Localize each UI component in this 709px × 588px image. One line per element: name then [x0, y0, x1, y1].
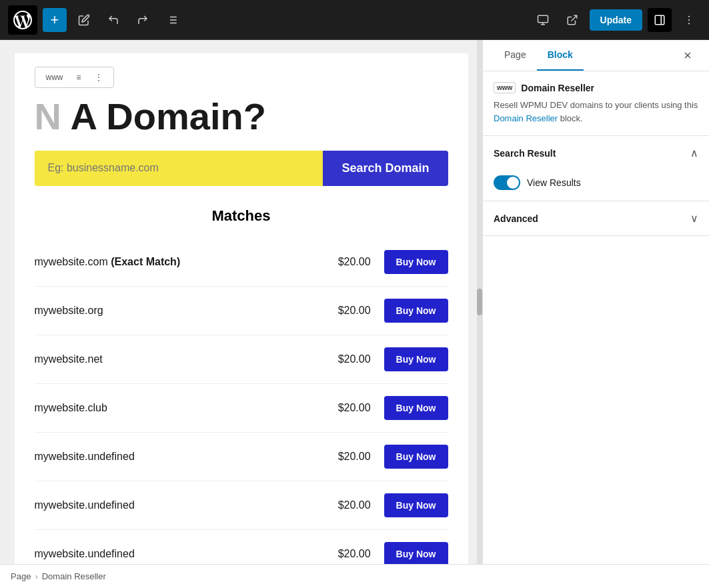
search-result-header[interactable]: Search Result ∧: [483, 136, 709, 170]
domain-price: $20.00: [317, 499, 371, 511]
domain-row: mywebsite.org $20.00 Buy Now: [35, 287, 448, 335]
view-results-toggle[interactable]: [494, 175, 520, 190]
sidebar-toggle-button[interactable]: [648, 8, 672, 32]
more-options-button[interactable]: [677, 8, 701, 32]
search-result-title: Search Result: [494, 148, 556, 159]
toolbar-right: Update: [531, 8, 701, 32]
advanced-section: Advanced ∨: [483, 201, 709, 236]
breadcrumb: Page › Domain Reseller: [0, 564, 709, 588]
view-button[interactable]: [560, 8, 584, 32]
buy-now-button[interactable]: Buy Now: [384, 396, 448, 420]
search-domain-button[interactable]: Search Domain: [323, 151, 448, 186]
breadcrumb-item: Domain Reseller: [42, 571, 106, 581]
main-layout: www ≡ ⋮ N A Domain? Search Domain Matche…: [0, 40, 709, 564]
wordpress-logo: [8, 5, 37, 35]
wp-logo-icon: [13, 11, 32, 29]
scrollbar-thumb: [477, 289, 482, 315]
domain-price: $20.00: [317, 548, 371, 560]
sidebar-icon: [654, 14, 666, 26]
sidebar-close-button[interactable]: [677, 40, 698, 71]
edit-tool-button[interactable]: [72, 8, 96, 32]
buy-now-button[interactable]: Buy Now: [384, 299, 448, 323]
svg-rect-6: [538, 15, 548, 23]
svg-point-13: [688, 19, 690, 20]
breadcrumb-page: Page: [11, 571, 31, 581]
block-www-icon: www: [494, 82, 516, 93]
domain-row: mywebsite.net $20.00 Buy Now: [35, 335, 448, 384]
breadcrumb-separator: ›: [35, 571, 37, 581]
heading-partial: N: [35, 95, 61, 137]
block-more-button[interactable]: ⋮: [89, 70, 108, 85]
desktop-icon: [537, 14, 549, 26]
view-results-label: View Results: [527, 177, 581, 188]
domain-row: mywebsite.club $20.00 Buy Now: [35, 384, 448, 433]
domain-name: mywebsite.undefined: [35, 499, 317, 511]
buy-now-button[interactable]: Buy Now: [384, 347, 448, 371]
domain-name: mywebsite.undefined: [35, 451, 317, 463]
domain-price: $20.00: [317, 256, 371, 268]
tab-block[interactable]: Block: [537, 40, 584, 71]
domain-search-input[interactable]: [35, 151, 323, 186]
block-desc-text-2: block.: [558, 113, 583, 123]
sidebar-tabs: Page Block: [483, 40, 709, 71]
search-result-chevron-icon: ∧: [690, 147, 698, 159]
domain-name: mywebsite.undefined: [35, 548, 317, 560]
pencil-icon: [78, 14, 90, 26]
domain-name: mywebsite.club: [35, 402, 317, 414]
domain-name: mywebsite.com (Exact Match): [35, 256, 317, 268]
svg-line-9: [571, 15, 576, 21]
redo-icon: [137, 14, 149, 26]
external-link-icon: [566, 14, 578, 26]
view-results-row: View Results: [494, 175, 698, 190]
domain-name: mywebsite.net: [35, 353, 317, 365]
block-desc-text-1: Resell WPMU DEV domains to your clients …: [494, 100, 698, 110]
svg-rect-10: [655, 15, 664, 25]
close-icon: [682, 50, 693, 61]
editor-canvas: www ≡ ⋮ N A Domain? Search Domain Matche…: [15, 53, 468, 564]
block-desc-link[interactable]: Domain Reseller: [494, 113, 558, 123]
block-www-label: www: [41, 70, 69, 85]
domain-row: mywebsite.com (Exact Match) $20.00 Buy N…: [35, 238, 448, 287]
search-result-body: View Results: [483, 170, 709, 201]
domain-price: $20.00: [317, 353, 371, 365]
block-align-button[interactable]: ≡: [71, 70, 87, 85]
domain-price: $20.00: [317, 451, 371, 463]
domain-price: $20.00: [317, 402, 371, 414]
advanced-header[interactable]: Advanced ∨: [483, 201, 709, 235]
undo-icon: [107, 14, 119, 26]
block-info-header: www Domain Reseller: [494, 82, 698, 93]
search-bar: Search Domain: [35, 151, 448, 186]
domain-row: mywebsite.undefined $20.00 Buy Now: [35, 481, 448, 530]
editor-scrollbar[interactable]: [477, 40, 482, 564]
block-info: www Domain Reseller Resell WPMU DEV doma…: [483, 71, 709, 136]
domain-row: mywebsite.undefined $20.00 Buy Now: [35, 433, 448, 481]
svg-point-12: [688, 15, 690, 17]
block-info-title: Domain Reseller: [521, 83, 594, 93]
buy-now-button[interactable]: Buy Now: [384, 445, 448, 469]
add-block-button[interactable]: +: [43, 8, 67, 32]
search-result-section: Search Result ∧ View Results: [483, 136, 709, 201]
undo-button[interactable]: [101, 8, 125, 32]
buy-now-button[interactable]: Buy Now: [384, 542, 448, 564]
advanced-chevron-icon: ∨: [690, 212, 698, 225]
list-icon: [166, 14, 178, 26]
more-vertical-icon: [683, 14, 695, 26]
domain-list: mywebsite.com (Exact Match) $20.00 Buy N…: [35, 238, 448, 564]
update-button[interactable]: Update: [590, 9, 642, 31]
toggle-knob: [507, 177, 519, 189]
document-overview-button[interactable]: [160, 8, 184, 32]
buy-now-button[interactable]: Buy Now: [384, 250, 448, 274]
preview-button[interactable]: [531, 8, 555, 32]
svg-point-14: [688, 23, 690, 24]
main-toolbar: + Update: [0, 0, 709, 40]
redo-button[interactable]: [131, 8, 155, 32]
editor-area: www ≡ ⋮ N A Domain? Search Domain Matche…: [0, 40, 482, 564]
matches-title: Matches: [35, 207, 448, 225]
buy-now-button[interactable]: Buy Now: [384, 493, 448, 517]
advanced-title: Advanced: [494, 213, 538, 224]
sidebar: Page Block www Domain Reseller Resell WP…: [482, 40, 709, 564]
domain-heading: N A Domain?: [35, 96, 448, 137]
domain-name: mywebsite.org: [35, 305, 317, 317]
tab-page[interactable]: Page: [494, 40, 537, 71]
block-info-desc: Resell WPMU DEV domains to your clients …: [494, 99, 698, 125]
